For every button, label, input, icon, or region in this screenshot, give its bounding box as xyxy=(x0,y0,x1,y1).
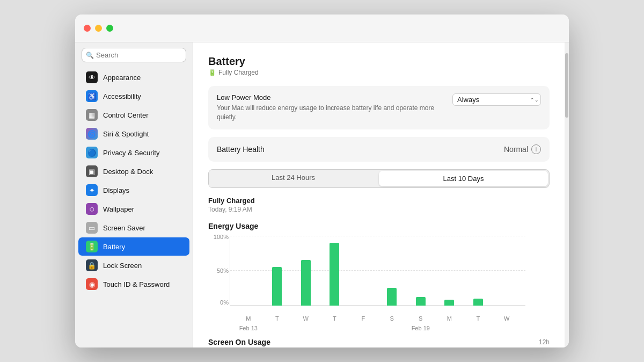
privacy-icon: 🔵 xyxy=(86,147,98,158)
search-icon: 🔍 xyxy=(86,52,94,59)
sidebar: 🔍 👁Appearance♿Accessibility▦Control Cent… xyxy=(75,42,193,347)
search-container: 🔍 xyxy=(75,42,193,68)
bar-col xyxy=(349,236,378,306)
subtitle-text: Fully Charged xyxy=(218,69,259,76)
panel-subtitle: 🔋 Fully Charged xyxy=(208,69,550,76)
displays-label: Displays xyxy=(103,186,129,194)
y-axis: 100% 50% 0% xyxy=(208,236,229,306)
x-label: S xyxy=(378,315,407,322)
minimize-button[interactable] xyxy=(95,25,102,32)
x-label: W xyxy=(291,315,320,322)
maximize-button[interactable] xyxy=(106,25,113,32)
y-label-0: 0% xyxy=(220,299,229,306)
desktop-icon: ▣ xyxy=(86,165,98,177)
displays-icon: ✦ xyxy=(86,184,98,196)
low-power-select-wrapper: Always Never Only on Battery Only on Pow… xyxy=(452,93,541,106)
x-label: M xyxy=(435,315,464,322)
x-label: T xyxy=(464,315,493,322)
battery-label: Battery xyxy=(103,243,125,251)
x-label: T xyxy=(320,315,349,322)
controlcenter-label: Control Center xyxy=(103,111,149,119)
search-input[interactable] xyxy=(82,48,186,62)
tab-24h[interactable]: Last 24 Hours xyxy=(209,170,378,187)
charge-title: Fully Charged xyxy=(208,197,550,205)
date-label xyxy=(493,325,522,331)
low-power-select[interactable]: Always Never Only on Battery Only on Pow… xyxy=(452,93,541,106)
charge-status: Fully Charged Today, 9:19 AM xyxy=(208,197,550,213)
scrollbar-track[interactable] xyxy=(565,42,569,347)
bar xyxy=(301,260,311,306)
sidebar-item-wallpaper[interactable]: ⬡Wallpaper xyxy=(78,200,189,218)
wallpaper-icon: ⬡ xyxy=(86,203,98,215)
energy-chart: 100% 50% 0% MTWTFSSMTW Feb 13Feb 19 xyxy=(208,236,550,322)
energy-title: Energy Usage xyxy=(208,222,550,230)
sidebar-item-touchid[interactable]: ◉Touch ID & Password xyxy=(78,275,189,293)
time-tabs: Last 24 Hours Last 10 Days xyxy=(208,169,550,188)
sidebar-item-appearance[interactable]: 👁Appearance xyxy=(78,68,189,86)
info-button[interactable]: i xyxy=(531,144,541,154)
bar-col xyxy=(464,236,493,306)
touchid-label: Touch ID & Password xyxy=(103,280,170,288)
date-label: Feb 13 xyxy=(234,325,263,331)
content-area: 🔍 👁Appearance♿Accessibility▦Control Cent… xyxy=(75,42,569,347)
low-power-card: Low Power Mode Your Mac will reduce ener… xyxy=(208,86,550,129)
date-labels: Feb 13Feb 19 xyxy=(230,325,525,331)
sidebar-item-desktop[interactable]: ▣Desktop & Dock xyxy=(78,162,189,180)
date-label xyxy=(291,325,320,331)
battery-health-value: Normal xyxy=(504,145,528,154)
low-power-row: Low Power Mode Your Mac will reduce ener… xyxy=(217,93,541,122)
date-label xyxy=(349,325,378,331)
appearance-label: Appearance xyxy=(103,74,141,82)
traffic-lights xyxy=(84,25,113,32)
desktop-label: Desktop & Dock xyxy=(103,168,153,176)
search-wrapper: 🔍 xyxy=(82,48,186,62)
bar xyxy=(330,243,339,306)
low-power-left: Low Power Mode Your Mac will reduce ener… xyxy=(217,93,442,122)
screen-on-section: Screen On Usage 12h xyxy=(208,338,550,346)
energy-section: Energy Usage 100% 50% 0% xyxy=(208,222,550,322)
sidebar-item-screensaver[interactable]: ▭Screen Saver xyxy=(78,219,189,237)
main-panel: Battery 🔋 Fully Charged Low Power Mode Y… xyxy=(193,42,565,347)
sidebar-item-controlcenter[interactable]: ▦Control Center xyxy=(78,106,189,124)
y-label-50: 50% xyxy=(217,267,229,274)
x-label: M xyxy=(234,315,263,322)
battery-icon: 🔋 xyxy=(86,241,98,252)
date-label xyxy=(263,325,292,331)
panel-header: Battery 🔋 Fully Charged xyxy=(208,55,550,76)
lockscreen-icon: 🔒 xyxy=(86,259,98,271)
bar xyxy=(387,288,397,306)
tab-10d[interactable]: Last 10 Days xyxy=(379,171,548,186)
charge-time: Today, 9:19 AM xyxy=(208,206,550,213)
page-title: Battery xyxy=(208,55,550,68)
x-labels: MTWTFSSMTW xyxy=(230,315,525,322)
sidebar-item-displays[interactable]: ✦Displays xyxy=(78,181,189,199)
screen-on-right-label: 12h xyxy=(539,338,550,346)
sidebar-item-lockscreen[interactable]: 🔒Lock Screen xyxy=(78,256,189,274)
sidebar-item-accessibility[interactable]: ♿Accessibility xyxy=(78,87,189,105)
sidebar-item-siri[interactable]: 🌀Siri & Spotlight xyxy=(78,125,189,143)
bar-col xyxy=(378,236,407,306)
siri-icon: 🌀 xyxy=(86,128,98,140)
date-label xyxy=(435,325,464,331)
date-label xyxy=(320,325,349,331)
x-label: F xyxy=(349,315,378,322)
bar xyxy=(416,297,426,306)
screensaver-label: Screen Saver xyxy=(103,224,145,232)
titlebar xyxy=(75,15,569,42)
appearance-icon: 👁 xyxy=(86,71,98,83)
bar-col xyxy=(493,236,522,306)
battery-health-right: Normal i xyxy=(504,144,541,154)
x-label: T xyxy=(263,315,292,322)
date-label: Feb 19 xyxy=(406,325,435,331)
scrollbar-thumb[interactable] xyxy=(565,53,568,118)
battery-health-label: Battery Health xyxy=(217,145,265,154)
screensaver-icon: ▭ xyxy=(86,222,98,234)
close-button[interactable] xyxy=(84,25,91,32)
low-power-description: Your Mac will reduce energy usage to inc… xyxy=(217,104,442,122)
sidebar-item-privacy[interactable]: 🔵Privacy & Security xyxy=(78,143,189,162)
screen-on-title: Screen On Usage xyxy=(208,338,270,346)
sidebar-item-battery[interactable]: 🔋Battery xyxy=(78,237,189,256)
low-power-title: Low Power Mode xyxy=(217,93,442,102)
sidebar-items: 👁Appearance♿Accessibility▦Control Center… xyxy=(75,68,193,294)
wallpaper-label: Wallpaper xyxy=(103,205,134,213)
